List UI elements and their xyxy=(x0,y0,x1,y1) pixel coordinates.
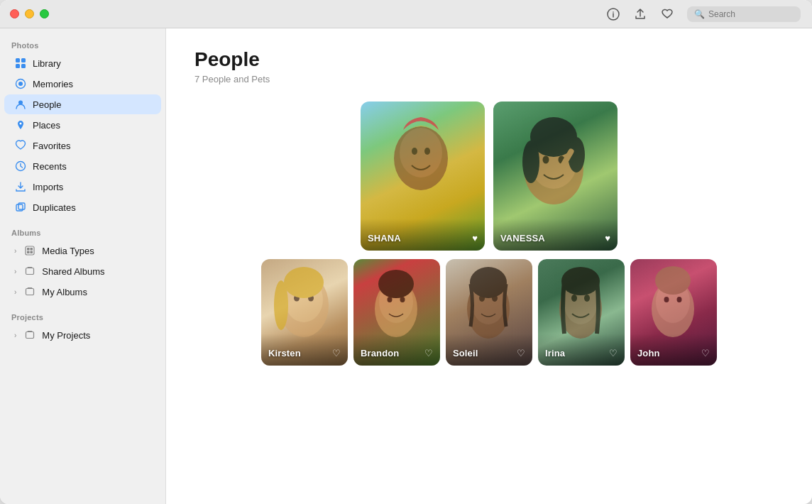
person-card-kirsten[interactable]: Kirsten ♡ xyxy=(261,259,348,366)
soleil-name: Soleil xyxy=(453,348,478,358)
page-title: People xyxy=(194,48,784,71)
svg-point-58 xyxy=(677,297,682,302)
places-icon xyxy=(14,119,27,131)
john-name: John xyxy=(637,348,660,358)
shana-heart[interactable]: ♥ xyxy=(472,233,478,243)
svg-rect-18 xyxy=(31,251,33,254)
people-label: People xyxy=(33,99,151,110)
favorites-label: Favorites xyxy=(33,141,151,151)
sidebar: Photos Library xyxy=(0,28,166,504)
svg-point-24 xyxy=(412,148,417,155)
svg-rect-19 xyxy=(26,268,34,275)
people-icon xyxy=(14,98,27,111)
library-label: Library xyxy=(33,58,151,69)
svg-point-49 xyxy=(470,267,507,298)
vanessa-name: VANESSA xyxy=(500,233,545,243)
favorites-sidebar-icon xyxy=(14,139,27,152)
svg-point-53 xyxy=(584,295,590,302)
content-area: People 7 People and Pets xyxy=(166,28,812,504)
my-albums-chevron: › xyxy=(14,288,16,296)
my-projects-label: My Projects xyxy=(42,330,151,341)
info-icon[interactable] xyxy=(606,7,620,21)
svg-point-25 xyxy=(424,148,430,155)
john-heart[interactable]: ♡ xyxy=(701,348,710,358)
irina-heart[interactable]: ♡ xyxy=(609,348,618,358)
duplicates-icon xyxy=(14,201,27,214)
vanessa-heart[interactable]: ♥ xyxy=(605,233,610,243)
svg-rect-15 xyxy=(27,248,30,251)
svg-rect-4 xyxy=(21,58,26,62)
vanessa-name-bar: VANESSA ♥ xyxy=(493,219,618,251)
titlebar: 🔍 xyxy=(0,0,812,28)
my-albums-icon xyxy=(23,285,36,298)
person-card-soleil[interactable]: Soleil ♡ xyxy=(446,259,532,366)
albums-section-label: Albums xyxy=(0,224,165,240)
app-window: 🔍 Photos Library xyxy=(0,0,812,504)
sidebar-item-library[interactable]: Library xyxy=(4,53,161,73)
library-icon xyxy=(14,57,27,70)
search-input[interactable] xyxy=(708,9,794,19)
svg-point-2 xyxy=(613,11,614,13)
svg-rect-16 xyxy=(31,248,33,251)
sidebar-item-my-albums[interactable]: › My Albums xyxy=(4,282,161,302)
kirsten-heart[interactable]: ♡ xyxy=(332,348,341,358)
svg-point-28 xyxy=(543,156,549,164)
sidebar-item-favorites[interactable]: Favorites xyxy=(4,136,161,155)
svg-point-57 xyxy=(664,297,669,302)
soleil-heart[interactable]: ♡ xyxy=(517,348,525,358)
svg-point-31 xyxy=(522,141,539,183)
media-types-label: Media Types xyxy=(42,246,151,256)
favorites-icon[interactable] xyxy=(660,7,674,21)
sidebar-item-imports[interactable]: Imports xyxy=(4,177,161,197)
minimize-button[interactable] xyxy=(25,9,34,18)
search-icon: 🔍 xyxy=(694,9,705,19)
duplicates-label: Duplicates xyxy=(33,202,151,213)
person-card-brandon[interactable]: Brandon ♡ xyxy=(353,259,440,366)
brandon-heart[interactable]: ♡ xyxy=(424,348,433,358)
kirsten-name: Kirsten xyxy=(268,348,301,358)
svg-rect-14 xyxy=(26,246,34,255)
svg-rect-21 xyxy=(26,332,34,339)
memories-icon xyxy=(14,77,27,90)
imports-icon xyxy=(14,180,27,193)
shared-albums-chevron: › xyxy=(14,268,16,275)
svg-point-59 xyxy=(655,266,691,295)
media-types-chevron: › xyxy=(14,247,16,255)
svg-point-39 xyxy=(274,280,288,330)
sidebar-item-duplicates[interactable]: Duplicates xyxy=(4,197,161,217)
svg-rect-5 xyxy=(16,64,20,68)
imports-label: Imports xyxy=(33,182,151,192)
person-card-vanessa[interactable]: VANESSA ♥ xyxy=(493,102,618,251)
svg-point-8 xyxy=(18,82,23,86)
share-icon[interactable] xyxy=(633,7,647,21)
close-button[interactable] xyxy=(10,9,19,18)
person-card-shana[interactable]: SHANA ♥ xyxy=(361,102,485,251)
sidebar-item-recents[interactable]: Recents xyxy=(4,156,161,176)
person-card-john[interactable]: John ♡ xyxy=(630,259,717,366)
my-albums-label: My Albums xyxy=(42,287,151,297)
sidebar-item-media-types[interactable]: › Media Types xyxy=(4,241,161,261)
sidebar-item-people[interactable]: People xyxy=(4,94,161,114)
recents-label: Recents xyxy=(33,161,151,172)
page-subtitle: 7 People and Pets xyxy=(194,74,784,84)
maximize-button[interactable] xyxy=(40,9,49,18)
search-box[interactable]: 🔍 xyxy=(687,6,801,22)
toolbar: 🔍 xyxy=(606,0,801,28)
recents-icon xyxy=(14,160,27,172)
shana-name: SHANA xyxy=(368,233,401,243)
kirsten-name-bar: Kirsten ♡ xyxy=(261,334,348,366)
svg-point-38 xyxy=(284,267,324,298)
sidebar-item-memories[interactable]: Memories xyxy=(4,74,161,94)
sidebar-item-shared-albums[interactable]: › Shared Albums xyxy=(4,261,161,281)
svg-rect-17 xyxy=(27,251,30,254)
people-grid-bottom: Kirsten ♡ xyxy=(194,259,784,366)
sidebar-item-my-projects[interactable]: › My Projects xyxy=(4,325,161,345)
irina-name: Irina xyxy=(545,348,565,358)
john-name-bar: John ♡ xyxy=(630,334,717,366)
my-projects-icon xyxy=(23,329,36,341)
svg-rect-6 xyxy=(21,64,26,68)
person-card-irina[interactable]: Irina ♡ xyxy=(538,259,625,366)
shana-name-bar: SHANA ♥ xyxy=(361,219,485,251)
sidebar-item-places[interactable]: Places xyxy=(4,115,161,135)
shared-albums-label: Shared Albums xyxy=(42,266,151,277)
